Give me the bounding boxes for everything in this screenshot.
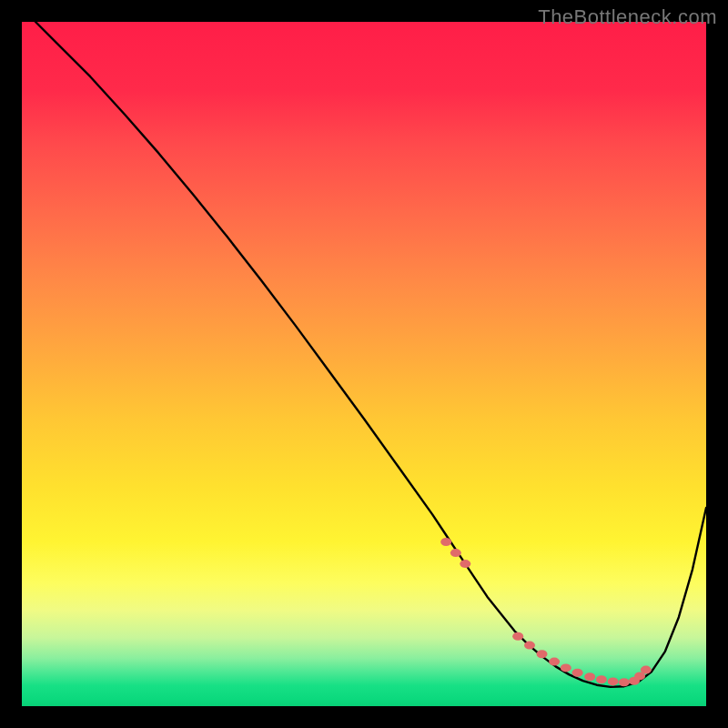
watermark-text: TheBottleneck.com — [538, 5, 717, 29]
curve-layer — [22, 22, 706, 706]
marker-dot — [524, 642, 535, 650]
marker-dot — [549, 658, 560, 666]
plot-area — [22, 22, 706, 706]
marker-dot — [641, 666, 652, 674]
bottleneck-curve — [35, 22, 706, 687]
marker-dot — [450, 549, 461, 557]
marker-dot — [584, 672, 595, 681]
marker-dot — [619, 678, 630, 686]
chart-frame: TheBottleneck.com — [0, 0, 728, 728]
marker-dot — [561, 663, 571, 672]
marker-dot — [460, 560, 470, 568]
marker-dot — [596, 675, 607, 683]
marker-dots — [440, 538, 652, 686]
marker-dot — [440, 538, 451, 546]
marker-dot — [572, 669, 583, 677]
marker-dot — [512, 632, 523, 641]
marker-dot — [608, 677, 619, 685]
marker-dot — [537, 650, 548, 658]
